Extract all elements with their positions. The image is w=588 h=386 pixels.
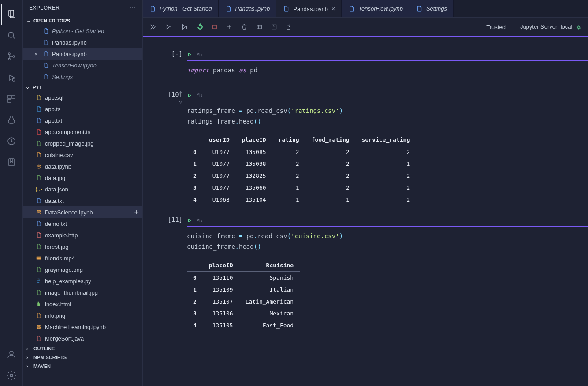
open-editors-label: OPEN EDITORS bbox=[33, 18, 70, 23]
source-control-icon[interactable] bbox=[1, 46, 22, 67]
trusted-status[interactable]: Trusted bbox=[486, 24, 506, 30]
variables-icon[interactable] bbox=[256, 23, 263, 30]
editor-tab[interactable]: TensorFlow.ipynb bbox=[342, 0, 409, 17]
add-icon[interactable]: + bbox=[134, 208, 139, 217]
section-header-outline[interactable]: ›OUTLINE bbox=[23, 344, 142, 353]
file-item[interactable]: app.component.ts bbox=[23, 126, 142, 138]
chevron-down-icon[interactable]: ⌄ bbox=[179, 97, 182, 104]
file-item[interactable]: info.png bbox=[23, 310, 142, 321]
file-item[interactable]: data.jpg bbox=[23, 172, 142, 184]
file-item[interactable]: data.ipynb bbox=[23, 161, 142, 172]
open-editor-item[interactable]: Python - Get Started bbox=[23, 25, 142, 37]
bookmark-icon[interactable] bbox=[1, 152, 22, 173]
explorer-icon[interactable] bbox=[1, 4, 22, 25]
editor-tab[interactable]: Settings bbox=[409, 0, 454, 17]
markdown-indicator: M↓ bbox=[197, 218, 203, 224]
run-all-icon[interactable] bbox=[149, 23, 157, 31]
file-item[interactable]: forest.jpg bbox=[23, 241, 142, 252]
file-item[interactable]: demo.txt bbox=[23, 218, 142, 229]
run-below-icon[interactable] bbox=[181, 23, 189, 31]
file-label: friends.mp4 bbox=[45, 255, 75, 262]
interrupt-icon[interactable] bbox=[212, 24, 218, 30]
df-index: 4 bbox=[187, 194, 203, 206]
df-cell: 135107 bbox=[203, 296, 239, 307]
testing-icon[interactable] bbox=[1, 109, 22, 131]
open-editors-header[interactable]: ⌄ OPEN EDITORS bbox=[23, 16, 142, 25]
file-item[interactable]: DataScience.ipynb+ bbox=[23, 206, 142, 218]
file-item[interactable]: example.http bbox=[23, 229, 142, 241]
cell-code[interactable]: import pandas as pd bbox=[187, 61, 588, 80]
cell-header: M↓ bbox=[187, 91, 588, 101]
clear-outputs-icon[interactable] bbox=[241, 23, 248, 30]
folder-header[interactable]: ⌄ PYT bbox=[23, 82, 142, 92]
close-icon[interactable]: × bbox=[33, 51, 40, 57]
fold-arrows[interactable]: ⌃⌄ bbox=[179, 90, 182, 104]
run-cell-icon[interactable] bbox=[187, 218, 192, 223]
sidebar-more-icon[interactable]: ⋯ bbox=[130, 5, 136, 11]
file-item[interactable]: index.html bbox=[23, 298, 142, 310]
file-item[interactable]: Machine Learning.ipynb bbox=[23, 321, 142, 333]
file-item[interactable]: data.txt bbox=[23, 195, 142, 206]
editor-tab[interactable]: Pandas.ipynb bbox=[219, 0, 277, 17]
df-header: Rcuisine bbox=[239, 259, 300, 272]
file-label: image_thumbnail.jpg bbox=[45, 289, 98, 296]
svg-rect-7 bbox=[12, 95, 15, 98]
open-editor-item[interactable]: Pandas.ipynb bbox=[23, 37, 142, 48]
restart-icon[interactable] bbox=[197, 23, 204, 30]
chevron-up-icon[interactable]: ⌃ bbox=[179, 90, 182, 97]
folder-label: PYT bbox=[33, 85, 42, 90]
file-item[interactable]: grayimage.png bbox=[23, 264, 142, 275]
open-editor-item[interactable]: TensorFlow.ipynb bbox=[23, 60, 142, 71]
svg-point-13 bbox=[37, 165, 41, 166]
df-index: 2 bbox=[187, 170, 203, 182]
svg-point-11 bbox=[10, 351, 13, 355]
cell-code[interactable]: cuisine_frame = pd.read_csv('cuisine.csv… bbox=[187, 227, 588, 257]
svg-point-2 bbox=[8, 53, 10, 55]
file-item[interactable]: app.sql bbox=[23, 92, 142, 103]
close-icon[interactable]: × bbox=[331, 5, 335, 12]
file-label: cuisine.csv bbox=[45, 152, 73, 158]
account-icon[interactable] bbox=[1, 344, 22, 365]
settings-icon[interactable] bbox=[1, 365, 22, 386]
jupyter-server-status[interactable]: Jupyter Server: local bbox=[520, 23, 582, 30]
extensions-icon[interactable] bbox=[1, 88, 22, 109]
file-icon bbox=[35, 151, 42, 158]
open-editor-item[interactable]: ×Pandas.ipynb bbox=[23, 48, 142, 60]
run-above-icon[interactable] bbox=[165, 23, 173, 31]
file-item[interactable]: app.ts bbox=[23, 103, 142, 115]
file-item[interactable]: help_examples.py bbox=[23, 275, 142, 287]
df-cell: U1077 bbox=[203, 182, 236, 194]
notebook-cell[interactable]: ⌃⌄[10]M↓ratings_frame = pd.read_csv('rat… bbox=[143, 91, 588, 206]
df-cell: 2 bbox=[356, 194, 417, 206]
search-icon[interactable] bbox=[1, 25, 22, 46]
file-item[interactable]: app.txt bbox=[23, 115, 142, 126]
df-index: 0 bbox=[187, 271, 203, 284]
file-item[interactable]: friends.mp4 bbox=[23, 252, 142, 264]
run-cell-icon[interactable] bbox=[187, 52, 192, 57]
save-icon[interactable] bbox=[271, 23, 278, 30]
add-cell-icon[interactable] bbox=[226, 23, 233, 30]
editor-tab[interactable]: Python - Get Started bbox=[143, 0, 219, 17]
section-label: MAVEN bbox=[33, 364, 51, 369]
file-item[interactable]: {..}data.json bbox=[23, 184, 142, 195]
df-cell: 2 bbox=[305, 182, 356, 194]
notebook-content[interactable]: [-]M↓import pandas as pd⌃⌄[10]M↓ratings_… bbox=[143, 37, 588, 386]
run-cell-icon[interactable] bbox=[187, 93, 192, 98]
history-icon[interactable] bbox=[1, 131, 22, 152]
export-icon[interactable] bbox=[286, 23, 293, 30]
editor-tab[interactable]: Pandas.ipynb× bbox=[276, 0, 342, 17]
df-row: 2135107Latin_American bbox=[187, 296, 300, 307]
cell-code[interactable]: ratings_frame = pd.read_csv('ratings.csv… bbox=[187, 101, 588, 131]
file-item[interactable]: cuisine.csv bbox=[23, 149, 142, 161]
run-debug-icon[interactable] bbox=[1, 67, 22, 88]
section-header-npm-scripts[interactable]: ›NPM SCRIPTS bbox=[23, 353, 142, 362]
notebook-cell[interactable]: [-]M↓import pandas as pd bbox=[143, 50, 588, 80]
file-item[interactable]: image_thumbnail.jpg bbox=[23, 287, 142, 298]
notebook-cell[interactable]: [11]M↓cuisine_frame = pd.read_csv('cuisi… bbox=[143, 216, 588, 331]
file-label: MergeSort.java bbox=[45, 335, 84, 342]
file-item[interactable]: MergeSort.java bbox=[23, 333, 142, 344]
section-header-maven[interactable]: ›MAVEN bbox=[23, 362, 142, 371]
open-editor-item[interactable]: Settings bbox=[23, 71, 142, 82]
file-item[interactable]: cropped_image.jpg bbox=[23, 138, 142, 149]
df-header: food_rating bbox=[305, 134, 356, 146]
